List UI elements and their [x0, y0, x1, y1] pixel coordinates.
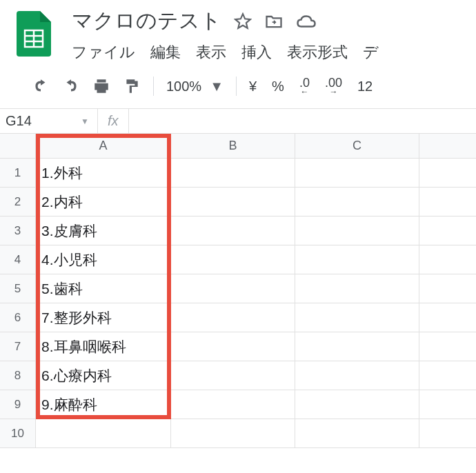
toolbar: 100% ▼ ¥ % .0 ← .00 → 12	[0, 63, 476, 109]
row-header[interactable]: 8	[0, 361, 36, 390]
cell[interactable]	[295, 188, 419, 216]
toolbar-divider	[236, 77, 237, 96]
decrease-decimal-button[interactable]: .0 ←	[299, 77, 310, 96]
currency-button[interactable]: ¥	[249, 79, 257, 94]
move-folder-icon[interactable]	[264, 12, 284, 31]
column-header-b[interactable]: B	[171, 134, 295, 158]
grid-row: 11.外科	[0, 159, 476, 188]
namebox-row: G14 ▼ fx	[0, 109, 476, 134]
document-title[interactable]: マクロのテスト	[72, 7, 221, 35]
cell[interactable]: 7.整形外科	[36, 303, 171, 332]
menu-file[interactable]: ファイル	[72, 42, 135, 63]
cell[interactable]: 8.耳鼻咽喉科	[36, 332, 171, 361]
cell[interactable]: 2.内科	[36, 188, 171, 216]
formula-bar[interactable]	[129, 109, 476, 133]
toolbar-divider	[153, 77, 154, 96]
cell[interactable]	[171, 159, 295, 187]
menu-format[interactable]: 表示形式	[287, 42, 348, 63]
print-icon[interactable]	[92, 77, 110, 95]
cell[interactable]	[171, 361, 295, 390]
cell[interactable]	[171, 303, 295, 332]
grid-row: 67.整形外科	[0, 303, 476, 332]
cell[interactable]	[295, 390, 419, 419]
grid-row: 10	[0, 419, 476, 448]
increase-decimal-button[interactable]: .00 →	[325, 77, 342, 96]
cell[interactable]	[171, 274, 295, 303]
grid-row: 55.歯科	[0, 274, 476, 303]
undo-icon[interactable]	[32, 77, 50, 95]
title-area: マクロのテスト ファイル 編集 表示 挿入	[72, 7, 466, 63]
paint-format-icon[interactable]	[123, 77, 141, 95]
menu-insert[interactable]: 挿入	[241, 42, 272, 63]
cell[interactable]: 1.外科	[36, 159, 171, 187]
grid-row: 78.耳鼻咽喉科	[0, 332, 476, 361]
row-header[interactable]: 4	[0, 245, 36, 274]
toolbar-extra[interactable]: 12	[357, 79, 373, 94]
caret-down-icon: ▼	[81, 117, 89, 126]
cell[interactable]	[171, 217, 295, 245]
name-box-value: G14	[6, 113, 32, 129]
menu-extra[interactable]: デ	[363, 42, 379, 63]
grid-row: 86.心療内科	[0, 361, 476, 390]
name-box[interactable]: G14 ▼	[0, 109, 98, 133]
row-header[interactable]: 2	[0, 188, 36, 216]
column-header-c[interactable]: C	[295, 134, 419, 158]
cell[interactable]	[295, 332, 419, 361]
grid-row: 33.皮膚科	[0, 217, 476, 245]
caret-down-icon: ▼	[210, 79, 224, 94]
cell[interactable]: 5.歯科	[36, 274, 171, 303]
arrow-left-icon: ←	[300, 89, 308, 96]
cell[interactable]	[171, 419, 295, 447]
number-format-group: ¥ % .0 ← .00 → 12	[249, 77, 373, 96]
cell[interactable]	[295, 419, 419, 447]
zoom-control[interactable]: 100% ▼	[166, 79, 224, 94]
menu-edit[interactable]: 編集	[150, 42, 181, 63]
redo-icon[interactable]	[62, 77, 80, 95]
row-header[interactable]: 6	[0, 303, 36, 332]
grid-row: 22.内科	[0, 188, 476, 217]
cell[interactable]	[171, 332, 295, 361]
select-all-corner[interactable]	[0, 134, 36, 158]
cell[interactable]	[295, 217, 419, 245]
grid-row: 99.麻酔科	[0, 390, 476, 419]
fx-label: fx	[98, 109, 129, 133]
title-row: マクロのテスト	[72, 7, 466, 35]
grid-row: 44.小児科	[0, 245, 476, 274]
row-header[interactable]: 7	[0, 332, 36, 361]
row-header[interactable]: 3	[0, 217, 36, 245]
grid-body: 11.外科22.内科33.皮膚科44.小児科55.歯科67.整形外科78.耳鼻咽…	[0, 159, 476, 448]
cell[interactable]	[295, 274, 419, 303]
row-header[interactable]: 9	[0, 390, 36, 419]
cell[interactable]: 9.麻酔科	[36, 390, 171, 419]
row-header[interactable]: 5	[0, 274, 36, 303]
cell[interactable]	[295, 361, 419, 390]
spreadsheet-grid: A B C 11.外科22.内科33.皮膚科44.小児科55.歯科67.整形外科…	[0, 134, 476, 448]
cloud-status-icon[interactable]	[296, 11, 317, 32]
cell[interactable]	[171, 390, 295, 419]
zoom-value: 100%	[166, 79, 201, 94]
cell[interactable]: 3.皮膚科	[36, 217, 171, 245]
cell[interactable]	[171, 188, 295, 216]
cell[interactable]: 6.心療内科	[36, 361, 171, 390]
cell[interactable]	[295, 245, 419, 274]
sheets-logo-icon[interactable]	[17, 11, 51, 57]
star-icon[interactable]	[234, 12, 252, 30]
cell[interactable]: 4.小児科	[36, 245, 171, 274]
row-header[interactable]: 1	[0, 159, 36, 187]
column-headers: A B C	[0, 134, 476, 159]
cell[interactable]	[36, 419, 171, 447]
cell[interactable]	[295, 159, 419, 187]
arrow-right-icon: →	[329, 89, 337, 96]
column-header-a[interactable]: A	[36, 134, 171, 158]
menu-view[interactable]: 表示	[196, 42, 226, 63]
cell[interactable]	[171, 245, 295, 274]
cell[interactable]	[295, 303, 419, 332]
percent-button[interactable]: %	[272, 79, 284, 94]
row-header[interactable]: 10	[0, 419, 36, 447]
header: マクロのテスト ファイル 編集 表示 挿入	[0, 0, 476, 63]
menu-bar: ファイル 編集 表示 挿入 表示形式 デ	[72, 42, 466, 63]
